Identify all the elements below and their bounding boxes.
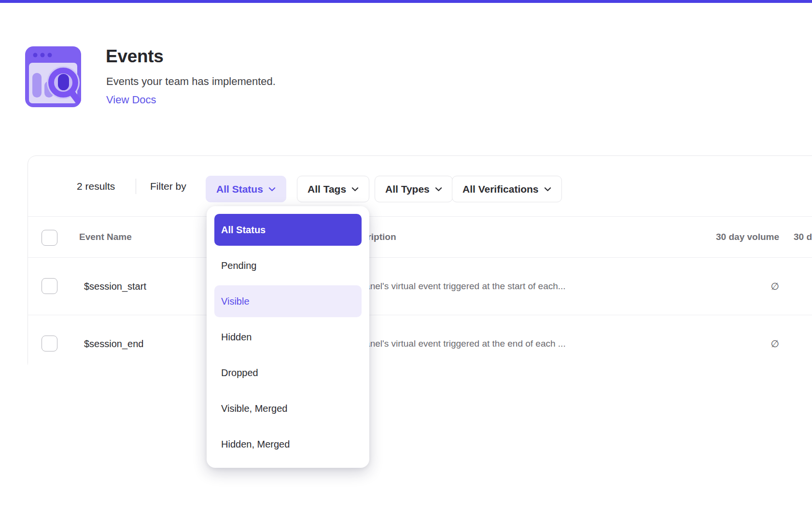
status-dropdown-menu: All Status Pending Visible Hidden Droppe…: [207, 206, 369, 468]
filter-all-status-label: All Status: [216, 183, 263, 195]
results-count: 2 results: [77, 156, 115, 216]
column-header-clipped: 30 d: [794, 232, 812, 242]
toolbar-divider: [136, 179, 136, 194]
events-card: 2 results Filter by All Status All Tags …: [28, 155, 812, 371]
event-name-cell[interactable]: $session_start: [84, 281, 146, 292]
dropdown-item-visible-merged[interactable]: Visible, Merged: [214, 393, 362, 424]
filter-all-tags-label: All Tags: [308, 183, 346, 195]
filter-all-verifications-button[interactable]: All Verifications: [452, 176, 562, 202]
filter-all-tags-button[interactable]: All Tags: [297, 176, 369, 202]
dropdown-item-pending[interactable]: Pending: [214, 250, 362, 281]
event-volume-cell: ∅: [683, 281, 779, 292]
event-description-cell: Mixpanel's virtual event triggered at th…: [346, 281, 566, 292]
top-accent-bar: [0, 0, 812, 3]
dropdown-item-all-status[interactable]: All Status: [214, 214, 362, 246]
filter-all-status-button[interactable]: All Status: [206, 176, 286, 202]
filter-by-label: Filter by: [150, 156, 186, 216]
dropdown-item-dropped[interactable]: Dropped: [214, 357, 362, 389]
page-subtitle: Events your team has implemented.: [106, 75, 276, 88]
filter-all-types-button[interactable]: All Types: [375, 176, 453, 202]
dropdown-item-visible[interactable]: Visible: [214, 285, 362, 317]
chevron-down-icon: [268, 187, 276, 192]
dropdown-item-hidden-merged[interactable]: Hidden, Merged: [214, 428, 362, 460]
chevron-down-icon: [435, 187, 442, 192]
column-header-30-day-volume: 30 day volume: [683, 232, 779, 242]
page-title: Events: [106, 47, 164, 67]
select-all-checkbox[interactable]: [42, 230, 57, 246]
events-window-chart-icon: [25, 46, 81, 107]
event-volume-cell: ∅: [683, 338, 779, 350]
event-description-cell: Mixpanel's virtual event triggered at th…: [346, 338, 566, 349]
table-row[interactable]: $session_start Mixpanel's virtual event …: [28, 258, 812, 315]
filter-all-verifications-label: All Verifications: [462, 183, 539, 195]
chevron-down-icon: [544, 187, 551, 192]
column-header-event-name: Event Name: [79, 232, 132, 242]
event-name-cell[interactable]: $session_end: [84, 338, 143, 349]
dropdown-item-hidden[interactable]: Hidden: [214, 321, 362, 353]
chevron-down-icon: [351, 187, 359, 192]
filter-all-types-label: All Types: [385, 183, 430, 195]
view-docs-link[interactable]: View Docs: [106, 94, 156, 106]
table-header-row: Event Name Description 30 day volume 30 …: [28, 216, 812, 258]
table-row[interactable]: $session_end Mixpanel's virtual event tr…: [28, 315, 812, 372]
row-checkbox[interactable]: [42, 278, 57, 294]
events-page: Events Events your team has implemented.…: [0, 0, 812, 505]
row-checkbox[interactable]: [42, 336, 57, 351]
